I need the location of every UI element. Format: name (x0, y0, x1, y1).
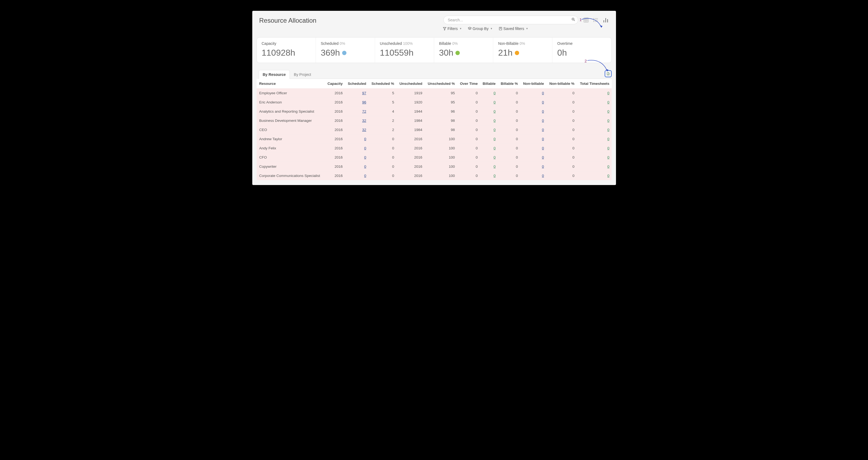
total-link[interactable]: 0 (607, 91, 610, 95)
total-link[interactable]: 0 (607, 128, 610, 132)
scheduled-link[interactable]: 0 (364, 155, 366, 160)
scheduled-link[interactable]: 97 (362, 91, 366, 95)
table-row[interactable]: Andrew Taylor2016002016100000000 (257, 135, 612, 144)
table-row[interactable]: Business Development Manager201632219849… (257, 116, 612, 125)
col-unscheduled-pct[interactable]: Unscheduled % (425, 79, 457, 89)
billable-link[interactable]: 0 (494, 155, 496, 160)
kpi-label: Billable (439, 41, 451, 46)
scheduled-link[interactable]: 0 (364, 174, 366, 178)
svg-rect-3 (584, 18, 588, 22)
scheduled-link[interactable]: 0 (364, 146, 366, 150)
table-row[interactable]: CFO2016002016100000000 (257, 153, 612, 162)
layers-icon (468, 27, 472, 31)
billable-link[interactable]: 0 (494, 91, 496, 95)
nonbillable-link[interactable]: 0 (542, 155, 544, 160)
billable-link[interactable]: 0 (494, 109, 496, 113)
total-link[interactable]: 0 (607, 174, 610, 178)
cell-overtime: 0 (457, 171, 480, 180)
scheduled-link[interactable]: 0 (364, 165, 366, 169)
col-nonbillable-pct[interactable]: Non-billable % (546, 79, 577, 89)
cell-total: 0 (577, 89, 612, 98)
scheduled-link[interactable]: 32 (362, 128, 366, 132)
cell-billable-pct: 0 (498, 153, 520, 162)
kanban-view-icon[interactable] (583, 17, 589, 23)
col-total[interactable]: Total Timesheets (577, 79, 612, 89)
nonbillable-link[interactable]: 0 (542, 137, 544, 141)
col-billable[interactable]: Billable (480, 79, 498, 89)
filters-button[interactable]: Filters ▼ (443, 26, 462, 31)
billable-link[interactable]: 0 (494, 100, 496, 104)
dot-icon (342, 51, 346, 55)
search-input[interactable] (443, 16, 578, 24)
tab-by-project[interactable]: By Project (290, 70, 315, 79)
table-row[interactable]: CEO2016322198498000000 (257, 125, 612, 135)
scheduled-link[interactable]: 32 (362, 119, 366, 123)
kpi-row: Capacity 110928h Scheduled0% 369h Unsche… (257, 37, 612, 63)
col-resource[interactable]: Resource (257, 79, 325, 89)
saved-filters-button[interactable]: Saved filters ▼ (499, 26, 528, 31)
billable-link[interactable]: 0 (494, 137, 496, 141)
nonbillable-link[interactable]: 0 (542, 128, 544, 132)
billable-link[interactable]: 0 (494, 119, 496, 123)
cell-overtime: 0 (457, 153, 480, 162)
table-row[interactable]: Analytics and Reporting Specialist201672… (257, 107, 612, 116)
col-unscheduled[interactable]: Unscheduled (396, 79, 425, 89)
total-link[interactable]: 0 (607, 119, 610, 123)
table-row[interactable]: Employee Officer2016975191995000000 (257, 89, 612, 98)
cell-billable: 0 (480, 116, 498, 125)
filter-bar: Filters ▼ Group By ▼ Saved filters ▼ (443, 26, 528, 31)
billable-link[interactable]: 0 (494, 165, 496, 169)
billable-link[interactable]: 0 (494, 128, 496, 132)
scheduled-link[interactable]: 72 (362, 109, 366, 113)
cell-billable-pct: 0 (498, 144, 520, 153)
groupby-button[interactable]: Group By ▼ (468, 26, 493, 31)
total-link[interactable]: 0 (607, 165, 610, 169)
cell-total: 0 (577, 116, 612, 125)
nonbillable-link[interactable]: 0 (542, 174, 544, 178)
table-row[interactable]: Andy Felix2016002016100000000 (257, 144, 612, 153)
export-button[interactable] (604, 70, 612, 77)
chart-view-icon[interactable] (602, 17, 609, 23)
svg-point-8 (593, 18, 594, 19)
cell-overtime: 0 (457, 116, 480, 125)
col-scheduled[interactable]: Scheduled (345, 79, 368, 89)
nonbillable-link[interactable]: 0 (542, 100, 544, 104)
cell-nonbillable: 0 (520, 153, 546, 162)
nonbillable-link[interactable]: 0 (542, 146, 544, 150)
cell-scheduled: 72 (345, 107, 368, 116)
nonbillable-link[interactable]: 0 (542, 91, 544, 95)
col-capacity[interactable]: Capacity (324, 79, 345, 89)
col-billable-pct[interactable]: Billable % (498, 79, 520, 89)
col-scheduled-pct[interactable]: Scheduled % (368, 79, 396, 89)
cell-overtime: 0 (457, 162, 480, 171)
total-link[interactable]: 0 (607, 109, 610, 113)
scheduled-link[interactable]: 96 (362, 100, 366, 104)
billable-link[interactable]: 0 (494, 146, 496, 150)
total-link[interactable]: 0 (607, 100, 610, 104)
col-nonbillable[interactable]: Non-billable (520, 79, 546, 89)
table-row[interactable]: Copywriter2016002016100000000 (257, 162, 612, 171)
billable-link[interactable]: 0 (494, 174, 496, 178)
header-right: Filters ▼ Group By ▼ Saved filters ▼ (322, 16, 609, 31)
spreadsheet-icon (607, 72, 610, 76)
list-view-icon[interactable] (593, 17, 599, 23)
cell-unscheduled-pct: 95 (425, 89, 457, 98)
search-icon[interactable] (571, 17, 576, 23)
col-overtime[interactable]: Over Time (457, 79, 480, 89)
cell-unscheduled: 2016 (396, 162, 425, 171)
nonbillable-link[interactable]: 0 (542, 109, 544, 113)
cell-billable-pct: 0 (498, 89, 520, 98)
nonbillable-link[interactable]: 0 (542, 165, 544, 169)
cell-scheduled: 32 (345, 125, 368, 135)
total-link[interactable]: 0 (607, 137, 610, 141)
scheduled-link[interactable]: 0 (364, 137, 366, 141)
total-link[interactable]: 0 (607, 155, 610, 160)
cell-total: 0 (577, 171, 612, 180)
nonbillable-link[interactable]: 0 (542, 119, 544, 123)
header: Resource Allocation (252, 11, 616, 33)
table-row[interactable]: Corporate Communications Specialist20160… (257, 171, 612, 180)
table-row[interactable]: Eric Anderson2016965192095000000 (257, 98, 612, 107)
kpi-pct: 100% (403, 41, 413, 46)
tab-by-resource[interactable]: By Resource (259, 70, 290, 79)
total-link[interactable]: 0 (607, 146, 610, 150)
